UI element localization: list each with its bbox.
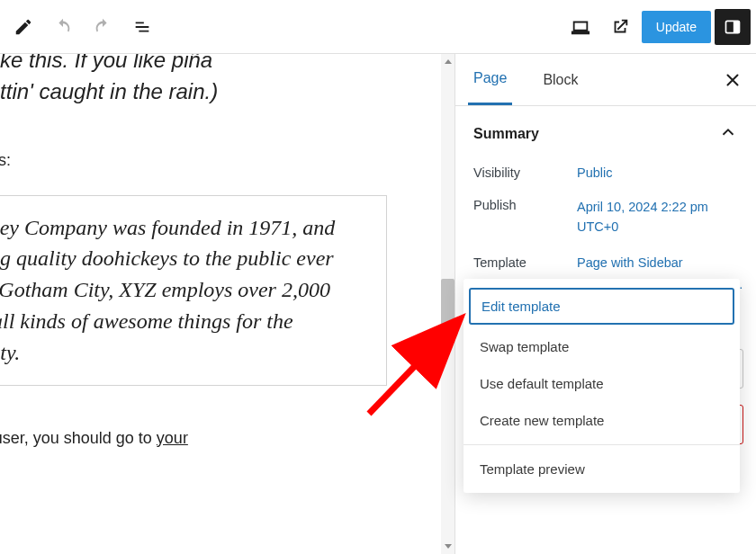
undo-icon	[53, 17, 73, 37]
edit-tool-button[interactable]	[5, 9, 41, 45]
topbar-left-group	[5, 9, 160, 45]
canvas-scrollbar[interactable]	[441, 54, 454, 554]
close-icon	[723, 70, 742, 90]
editor-topbar: Update	[0, 0, 756, 54]
template-label: Template	[473, 255, 577, 270]
view-device-button[interactable]	[562, 9, 598, 45]
visibility-row: Visibility Public	[473, 165, 738, 180]
undo-button[interactable]	[45, 9, 81, 45]
list-view-icon	[132, 17, 152, 37]
quote-block-2[interactable]: The XYZ Doohickey Company was founded in…	[0, 212, 366, 369]
publish-value[interactable]: April 10, 2024 2:22 pm UTC+0	[577, 198, 738, 237]
summary-panel: Summary Visibility Public Publish April …	[455, 106, 756, 297]
template-dropdown: Edit template Swap template Use default …	[464, 279, 740, 493]
scroll-down-button[interactable]	[441, 538, 454, 554]
settings-sidebar-toggle[interactable]	[715, 9, 751, 45]
your-link[interactable]: your	[157, 429, 188, 447]
sidebar-panel-icon	[724, 18, 742, 36]
quote-block-1[interactable]: …or something like this. If you like piñ…	[0, 54, 387, 108]
dropdown-template-preview[interactable]: Template preview	[464, 451, 740, 487]
dropdown-swap-template[interactable]: Swap template	[464, 328, 740, 365]
dropdown-create-new-template[interactable]: Create new template	[464, 402, 740, 439]
summary-panel-header[interactable]: Summary	[473, 122, 738, 146]
publish-row: Publish April 10, 2024 2:22 pm UTC+0	[473, 198, 738, 237]
topbar-right-group: Update	[562, 9, 751, 45]
quote-block-2-container[interactable]: The XYZ Doohickey Company was founded in…	[0, 195, 387, 386]
summary-title: Summary	[473, 126, 539, 142]
scroll-up-button[interactable]	[441, 54, 454, 70]
laptop-icon	[571, 17, 590, 37]
template-row: Template Page with Sidebar	[473, 255, 738, 270]
summary-rows: Visibility Public Publish April 10, 2024…	[473, 165, 738, 270]
redo-button[interactable]	[85, 9, 121, 45]
dropdown-divider	[464, 444, 740, 445]
pencil-icon	[14, 17, 33, 37]
dropdown-edit-template[interactable]: Edit template	[469, 288, 734, 325]
publish-label: Publish	[473, 198, 577, 212]
svg-rect-1	[734, 21, 740, 32]
preview-external-button[interactable]	[602, 9, 638, 45]
tab-page[interactable]: Page	[468, 54, 512, 105]
paragraph-block-2[interactable]: As a new WordPress user, you should go t…	[0, 429, 387, 448]
redo-icon	[93, 17, 112, 37]
external-link-icon	[610, 17, 630, 37]
visibility-label: Visibility	[473, 165, 577, 180]
dropdown-use-default-template[interactable]: Use default template	[464, 365, 740, 402]
paragraph-block[interactable]: …or something like this:	[0, 151, 387, 170]
sidebar-tabs: Page Block	[455, 54, 756, 106]
scroll-thumb[interactable]	[441, 279, 454, 326]
visibility-value[interactable]: Public	[577, 165, 738, 180]
editor-canvas[interactable]: …or something like this. If you like piñ…	[0, 54, 441, 554]
tab-block[interactable]: Block	[537, 54, 583, 105]
document-overview-button[interactable]	[124, 9, 160, 45]
template-value[interactable]: Page with Sidebar	[577, 255, 738, 270]
close-sidebar-button[interactable]	[718, 66, 747, 94]
update-button[interactable]: Update	[642, 11, 711, 43]
chevron-up-icon	[718, 122, 738, 146]
